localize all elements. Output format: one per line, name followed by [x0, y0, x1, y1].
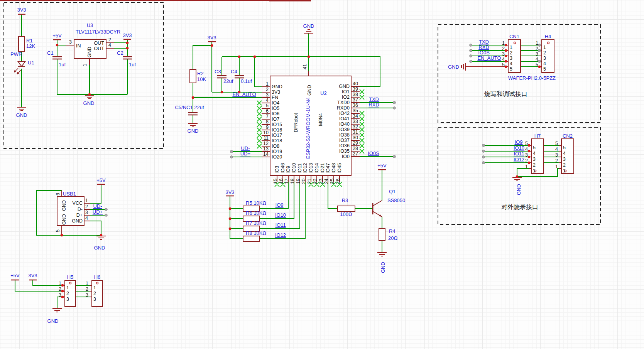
- pin-number: 30: [353, 135, 358, 140]
- capacitors[interactable]: [52, 57, 244, 115]
- pin-number: 35: [353, 108, 358, 113]
- net-label-io9: IO9: [515, 139, 523, 145]
- pin-name: IO17: [272, 133, 282, 138]
- pin-name: GND: [339, 84, 350, 89]
- pin-name: IO37: [339, 138, 350, 143]
- value-label-r1: 12K: [26, 43, 35, 49]
- pin-number: 4: [266, 98, 269, 103]
- pin-name: IO47: [325, 163, 331, 174]
- pin-name: IO0: [342, 154, 350, 159]
- pin-number: 2: [266, 87, 269, 92]
- pin-number: 33: [353, 119, 358, 124]
- ref-label-r1: R1: [26, 38, 33, 44]
- pin-number: 4: [510, 61, 512, 66]
- no-connect-left: [257, 101, 262, 148]
- pin-name: IO6: [272, 111, 279, 116]
- pin-number: 40: [353, 81, 358, 86]
- pin-number: 14: [263, 152, 269, 157]
- pin-number: 26: [335, 179, 341, 184]
- pin-number: 3: [510, 56, 512, 61]
- pin-name: IO19: [272, 149, 282, 154]
- capacitor-c3: [217, 76, 226, 78]
- pin-number: 5: [525, 141, 528, 146]
- transistor-q1[interactable]: [373, 201, 382, 217]
- value-label-c1: 1uf: [59, 62, 66, 67]
- pin-number: 4: [85, 216, 88, 221]
- pin-number: 27: [353, 151, 358, 157]
- capacitor-c1: [52, 57, 62, 59]
- net-label-5v: +5V: [96, 177, 106, 183]
- part-label: ESP32-S3-WROOM-1U-N4: [305, 97, 311, 159]
- led-emission-arrows-icon: [14, 68, 21, 74]
- ref-label-h4: H4: [545, 34, 551, 39]
- pin-number: 15: [273, 179, 278, 184]
- ref-label-h7: H7: [534, 133, 541, 139]
- driver-section: R3 100Ω +5V Q1 SS8050 R4 20Ω GND: [340, 163, 405, 273]
- pin-name: EN: [272, 95, 278, 100]
- pin-name: IO11: [297, 164, 303, 174]
- ref-label-c5: C5/NC1 22uf: [175, 105, 204, 110]
- net-label-io12: IO12: [514, 157, 524, 162]
- gnd-symbols: [17, 30, 522, 312]
- pin-number: 4: [525, 147, 528, 152]
- pin-number: 1: [525, 164, 528, 169]
- pin-number: 3: [502, 51, 505, 57]
- pin-number: 1: [510, 45, 512, 50]
- ref-label-r5: R5 10KΩ: [246, 200, 266, 206]
- ref-label-r3: R3: [342, 197, 348, 203]
- ref-label-cn2: CN2: [563, 133, 573, 139]
- pin-name: IO5: [272, 106, 279, 111]
- ref-label-r8: R8 10KΩ: [246, 230, 266, 236]
- net-label-3v3: 3V3: [225, 189, 234, 195]
- pin-number: 1: [59, 281, 61, 286]
- gnd-icon: [85, 95, 94, 99]
- pin-name: IO3: [274, 166, 280, 174]
- pin-name: 3V3: [272, 89, 280, 95]
- led-u1[interactable]: [14, 62, 25, 74]
- pin-number: 1: [502, 40, 505, 46]
- net-label-gnd-top: GND: [303, 23, 314, 29]
- ref-label-c4: C4: [231, 69, 237, 74]
- pin-number: 1: [543, 45, 546, 50]
- net-label-ud-minus: UD-: [93, 203, 102, 209]
- net-label-rxd: RXD: [368, 102, 379, 108]
- pin-number: 2: [525, 158, 528, 164]
- pin-number: 3: [66, 297, 69, 302]
- net-label-ud-plus: UD+: [93, 209, 103, 215]
- pin-number: 3: [93, 297, 96, 302]
- pin-number: 5: [536, 62, 538, 67]
- pin-number: 13: [263, 146, 269, 152]
- pin-number: 36: [353, 103, 358, 108]
- gnd-icon: [17, 107, 26, 111]
- pin-number: 1: [533, 168, 536, 174]
- net-label-en-auto: EN_AUTO: [477, 55, 501, 61]
- pin-name: IO45: [337, 163, 342, 174]
- pin-number: 1: [93, 285, 96, 290]
- net-label-3v3: 3V3: [28, 273, 37, 278]
- pin-number: 2: [66, 291, 69, 296]
- schematic-canvas[interactable]: 3V3 R1 12K PWR U1 GND U3 TLV1117LV33DCYR…: [0, 0, 644, 349]
- pin-number: 2: [536, 46, 538, 51]
- power-led-section: 3V3 R1 12K PWR U1 GND: [10, 7, 35, 118]
- net-label-gnd: GND: [16, 112, 27, 118]
- pin-name: IO41: [339, 116, 350, 121]
- vendor-label: DFRobot: [293, 113, 299, 132]
- pin-number: 4: [543, 61, 546, 66]
- pin-name: D-: [78, 207, 83, 212]
- value-label-c4: 0.1uf: [241, 78, 252, 84]
- gnd-icon: [377, 253, 387, 256]
- net-label-3v3: 3V3: [123, 32, 132, 38]
- pin-number: 34: [353, 113, 358, 119]
- pin-name: IO8: [272, 143, 279, 149]
- pin-name: VCC: [73, 201, 83, 206]
- gnd-icon: [96, 236, 106, 239]
- led-triangle: [18, 62, 25, 66]
- pin-name: IO16: [272, 127, 282, 133]
- pin-number: 2: [502, 46, 505, 51]
- pin-name: IO2: [342, 94, 350, 100]
- part-label-q1: SS8050: [387, 197, 405, 203]
- power-section-box: [4, 2, 164, 148]
- pin-number: 2: [563, 162, 566, 168]
- net-label-txd: TXD: [369, 96, 379, 102]
- net-label-ud-plus: UD+: [240, 151, 250, 157]
